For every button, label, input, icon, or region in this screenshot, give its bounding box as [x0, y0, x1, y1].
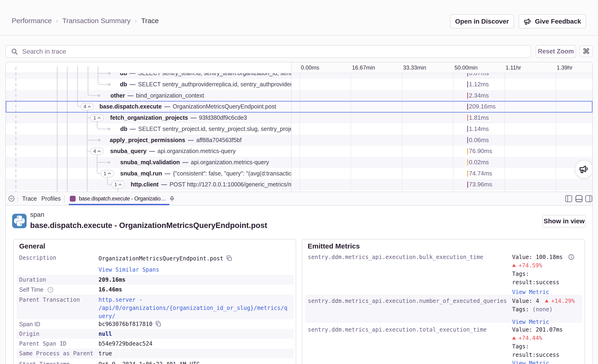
breadcrumb-transaction-summary[interactable]: Transaction Summary — [62, 17, 131, 25]
axis-tick-label: 1.39hr — [557, 62, 573, 73]
span-duration-bar — [467, 92, 468, 99]
tab-divider — [17, 195, 18, 202]
metric-info: Value: 4+14.29% Tags: (none) View Metric — [512, 297, 582, 326]
general-row-span-id: Span ID bc963076bf817810 — [17, 319, 294, 329]
general-row-parent-span-id: Parent Span ID b54e9729bdeac524 — [17, 339, 294, 349]
row-value: OrganizationMetricsQueryEndpoint.post Vi… — [99, 253, 289, 275]
chip-count: 1 — [93, 115, 96, 121]
span-children-chip[interactable]: 1 — [101, 170, 114, 177]
tab-divider — [64, 195, 65, 202]
metric-row: sentry.ddm.metrics_api.execution.number_… — [305, 295, 582, 323]
span-duration-bar — [467, 170, 468, 177]
trace-panel: 4 1 4 1 1 db—SELECT sentry_team.id, sent… — [5, 62, 593, 364]
reset-zoom-label: Reset Zoom — [538, 48, 574, 55]
view-similar-spans-link[interactable]: View Similar Spans — [99, 265, 289, 275]
breadcrumb-separator-icon: › — [56, 17, 58, 25]
gridline — [299, 73, 300, 191]
info-icon[interactable] — [568, 254, 574, 260]
span-children-chip[interactable]: 1 — [90, 114, 104, 122]
page-header: Performance › Transaction Summary › Trac… — [0, 0, 598, 35]
row-value: 209.16ms — [99, 275, 289, 285]
axis-tick-label: 33.33min — [403, 62, 426, 73]
row-label: Origin — [19, 329, 96, 339]
gridline — [453, 73, 454, 191]
feedback-fab-button[interactable] — [575, 160, 592, 179]
copy-icon[interactable] — [155, 320, 161, 330]
copy-icon[interactable] — [226, 254, 232, 265]
row-label: Self Time ? — [19, 285, 96, 294]
span-duration-bar — [467, 137, 468, 143]
general-row-start-timestamp: Start Timestamp Oct 9, 2024 1:06:22.401 … — [17, 359, 294, 364]
detail-title: base.dispatch.execute - OrganizationMetr… — [30, 221, 267, 230]
metric-name: sentry.ddm.metrics_api.execution.total_e… — [308, 325, 513, 334]
chevron-up-icon — [97, 117, 101, 119]
shortcut-button[interactable]: ⌘ — [580, 45, 593, 57]
search-icon — [11, 48, 18, 55]
row-label: Parent Transaction — [19, 294, 96, 304]
selected-span-row[interactable] — [6, 101, 592, 112]
metric-info: Value: 100.18ms +74.59% Tags: result:suc… — [512, 253, 580, 296]
tab-trace[interactable]: Trace — [22, 192, 37, 205]
metric-delta: +14.29% — [545, 298, 575, 304]
span-children-chip[interactable]: 4 — [90, 148, 104, 155]
open-in-discover-button[interactable]: Open in Discover — [450, 14, 514, 28]
active-tab-underline — [69, 204, 169, 205]
emitted-metrics-title: Emitted Metrics — [308, 242, 360, 250]
trace-view-page: Performance › Transaction Summary › Trac… — [0, 0, 598, 364]
emitted-metrics-card: Emitted Metrics sentry.ddm.metrics_api.e… — [302, 239, 585, 364]
chip-count: 1 — [103, 171, 106, 177]
view-metric-link[interactable]: View Metric — [512, 359, 580, 364]
pin-icon[interactable] — [169, 196, 175, 202]
row-label: Same Process as Parent — [19, 349, 96, 358]
megaphone-icon — [524, 18, 532, 25]
command-icon: ⌘ — [583, 47, 590, 56]
metric-row: sentry.ddm.metrics_api.execution.total_e… — [305, 324, 582, 364]
metric-name: sentry.ddm.metrics_api.execution.number_… — [308, 297, 513, 305]
tab-profiles[interactable]: Profiles — [41, 192, 61, 205]
tab-span-active[interactable]: base.dispatch.execute - Organizatio… — [69, 192, 178, 205]
tree-waterfall-divider[interactable] — [291, 62, 291, 191]
row-label: Duration — [19, 275, 96, 285]
span-duration-label: 2.34ms — [469, 90, 489, 101]
general-row-description: Description OrganizationMetricsQueryEndp… — [17, 253, 294, 275]
gridline — [504, 73, 505, 191]
span-duration-label: 73.96ms — [469, 179, 492, 190]
python-icon — [12, 214, 27, 228]
row-value: 16.46ms — [99, 285, 289, 294]
row-label: Parent Span ID — [19, 339, 96, 349]
detail-type-label: span — [30, 211, 44, 218]
metric-row: sentry.ddm.metrics_api.execution.bulk_ex… — [305, 253, 582, 295]
metric-delta: +74.59% — [512, 261, 580, 270]
metric-info: Value: 201.07ms +74.44% Tags: result:suc… — [512, 325, 580, 364]
row-label: Start Timestamp — [19, 359, 96, 364]
reset-zoom-button[interactable]: Reset Zoom — [536, 45, 576, 58]
tree-connectors — [6, 62, 291, 192]
metric-name: sentry.ddm.metrics_api.execution.bulk_ex… — [308, 253, 513, 261]
parent-transaction-link[interactable]: http.server - /api/0/organizations/{orga… — [99, 294, 289, 320]
span-duration-bar — [467, 126, 468, 132]
span-duration-bar — [467, 148, 468, 155]
open-in-discover-label: Open in Discover — [455, 18, 509, 25]
layout-right-icon[interactable] — [585, 195, 592, 202]
row-value: b54e9729bdeac524 — [99, 339, 289, 349]
span-duration-label: 1.81ms — [469, 112, 489, 124]
span-duration-label: 0.02ms — [469, 157, 489, 168]
layout-bottom-icon[interactable] — [575, 195, 583, 202]
breadcrumb-trace: Trace — [141, 17, 159, 25]
help-icon[interactable]: ? — [47, 287, 53, 293]
breadcrumb-performance[interactable]: Performance — [12, 17, 52, 25]
show-in-view-button[interactable]: Show in view — [542, 215, 586, 228]
axis-tick-label: 1.11hr — [506, 62, 521, 73]
chevron-down-circle-icon[interactable] — [8, 196, 15, 202]
triangle-up-icon — [512, 264, 516, 267]
chevron-up-icon — [108, 173, 111, 174]
give-feedback-label: Give Feedback — [535, 18, 581, 25]
search-input[interactable]: Search in trace — [5, 45, 531, 58]
span-duration-label: 76.90ms — [469, 146, 492, 157]
layout-left-icon[interactable] — [565, 195, 572, 202]
span-duration-label: 1.14ms — [469, 124, 489, 135]
tab-span-label: base.dispatch.execute - Organizatio… — [79, 196, 166, 202]
give-feedback-button[interactable]: Give Feedback — [519, 14, 586, 28]
span-children-chip[interactable]: 1 — [111, 181, 125, 188]
span-details: span base.dispatch.execute - Organizatio… — [6, 206, 592, 364]
